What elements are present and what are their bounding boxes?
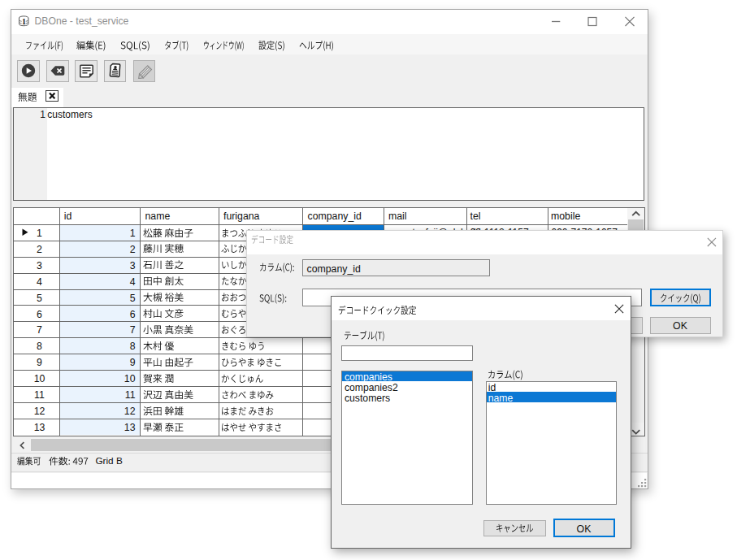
svg-text:1: 1 bbox=[22, 17, 26, 26]
